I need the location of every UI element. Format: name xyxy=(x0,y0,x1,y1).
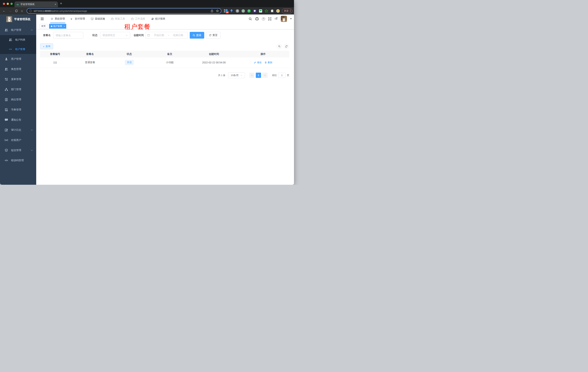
search-button[interactable]: 搜索 xyxy=(190,32,204,39)
sidebar-item-role-management[interactable]: 角色管理 xyxy=(0,64,36,74)
page-size-select[interactable]: 10条/页 xyxy=(228,73,245,78)
menu-fold-icon[interactable] xyxy=(40,17,44,21)
goto-page-input[interactable] xyxy=(278,73,285,78)
tab-dev-tools[interactable]: 研发工具 xyxy=(108,14,128,23)
search-icon xyxy=(193,34,195,37)
status-badge: 开启 xyxy=(125,60,134,65)
sidebar-item-error-code-management[interactable]: </> 错误码管理 xyxy=(0,155,36,166)
forward-icon[interactable]: → xyxy=(9,9,12,13)
add-button[interactable]: + 新增 xyxy=(40,43,53,49)
col-package-name: 套餐名 xyxy=(70,51,110,57)
sidebar-item-tenant-management[interactable]: 租户管理 xyxy=(0,25,36,35)
sidebar-item-user-management[interactable]: 用户管理 xyxy=(0,54,36,64)
browser-chrome: 芋道管理系统 × + ← → ⌂ i 127.0.0.1:48080/admin… xyxy=(0,0,294,14)
logo-image xyxy=(6,16,12,22)
sidebar-item-sms-management[interactable]: 短信管理 xyxy=(0,145,36,155)
dictionary-icon xyxy=(5,108,8,111)
zoom-window-button[interactable] xyxy=(10,3,13,5)
tab-infrastructure[interactable]: 基础设施 xyxy=(88,14,108,23)
sidebar-item-label: 岗位管理 xyxy=(11,98,21,101)
tag-label: 租户套餐 xyxy=(53,25,62,28)
search-icon[interactable] xyxy=(249,17,252,21)
address-bar[interactable]: i 127.0.0.1:48080/admin-ui/system/tenant… xyxy=(27,8,221,14)
delete-link[interactable]: 删除 xyxy=(264,61,272,64)
sidebar-item-post-management[interactable]: 岗位管理 xyxy=(0,95,36,105)
sidebar-item-notice[interactable]: 通知公告 xyxy=(0,115,36,125)
fullscreen-icon[interactable] xyxy=(268,17,272,21)
extensions-puzzle-icon[interactable] xyxy=(270,9,274,13)
date-range-picker[interactable]: 开始日期 - 结束日期 xyxy=(145,32,188,39)
url-host: 127.0.0.1:48080 xyxy=(33,10,51,12)
sidebar-item-tenant-package[interactable]: 租户套餐 xyxy=(0,44,36,54)
browser-tab[interactable]: 芋道管理系统 × xyxy=(14,1,58,7)
sidebar-logo[interactable]: 芋道管理系统 xyxy=(0,14,36,24)
toolbar-icons xyxy=(277,44,289,49)
chrome-update-button[interactable]: 更新 xyxy=(282,9,292,13)
chevron-down-icon[interactable] xyxy=(290,18,292,19)
github-icon[interactable] xyxy=(255,17,259,21)
tab-report[interactable]: 统计报表 xyxy=(148,14,168,23)
tab-payment-management[interactable]: ¥ 支付管理 xyxy=(68,14,88,23)
site-info-icon[interactable]: i xyxy=(29,10,32,12)
profile-avatar-icon[interactable] xyxy=(276,9,280,13)
sidebar-item-dept-management[interactable]: 部门管理 xyxy=(0,85,36,95)
next-page-button[interactable] xyxy=(262,73,268,78)
back-icon[interactable]: ← xyxy=(2,9,6,13)
extension-shield-icon[interactable] xyxy=(253,9,257,13)
add-button-label: 新增 xyxy=(46,45,50,48)
extension-circle-icon[interactable] xyxy=(241,9,245,13)
tag-home[interactable]: 首页 xyxy=(40,24,47,29)
code-icon: </> xyxy=(5,159,8,162)
current-page-button[interactable]: 1 xyxy=(256,73,261,78)
close-window-button[interactable] xyxy=(3,3,5,5)
minimize-window-button[interactable] xyxy=(7,3,9,5)
extension-command-icon[interactable]: ⌘ xyxy=(236,9,239,13)
status-select[interactable]: 请选择状态 xyxy=(100,32,130,39)
extension-chat-icon[interactable] xyxy=(259,9,262,13)
refresh-table-button[interactable] xyxy=(284,44,289,49)
dashboard-icon xyxy=(151,17,154,20)
extension-y-icon[interactable]: Y xyxy=(247,9,251,13)
url-path: /admin-ui/system/tenant/package xyxy=(51,10,87,12)
extension-badge: 10 xyxy=(226,11,229,13)
font-size-icon[interactable]: TT xyxy=(275,17,278,21)
tag-close-icon[interactable]: × xyxy=(64,25,65,27)
sidebar-item-menu-management[interactable]: 菜单管理 xyxy=(0,74,36,85)
reset-button[interactable]: 重置 xyxy=(206,32,220,39)
package-name-input[interactable] xyxy=(53,32,83,39)
cell-package-name: 普通套餐 xyxy=(70,57,110,68)
package-name-field[interactable] xyxy=(56,34,81,37)
reload-icon[interactable] xyxy=(15,10,18,12)
show-search-button[interactable] xyxy=(277,44,282,49)
bookmark-star-icon[interactable] xyxy=(216,10,219,12)
tab-title: 芋道管理系统 xyxy=(21,3,35,6)
col-actions: 操作 xyxy=(237,51,289,57)
start-date-placeholder[interactable]: 开始日期 xyxy=(151,34,167,37)
tab-workflow[interactable]: 工作流程 xyxy=(128,14,148,23)
sidebar-submenu-tenant: 租户列表 租户套餐 xyxy=(0,35,36,54)
user-avatar[interactable] xyxy=(281,16,287,22)
tag-tenant-package[interactable]: 租户套餐 × xyxy=(49,24,66,29)
sidebar-item-audit-log[interactable]: 审计日志 xyxy=(0,125,36,135)
extension-star-icon[interactable] xyxy=(264,9,268,13)
sidebar-item-online-users[interactable]: 在线用户 xyxy=(0,135,36,145)
sidebar-item-dict-management[interactable]: 字典管理 xyxy=(0,105,36,115)
nav-label: 统计报表 xyxy=(155,17,165,21)
extension-gem-icon[interactable] xyxy=(230,9,233,13)
extension-tabs-icon[interactable]: 10 xyxy=(224,9,228,13)
chevron-up-icon xyxy=(31,29,33,31)
tab-close-icon[interactable]: × xyxy=(55,3,56,6)
date-separator: - xyxy=(168,34,169,37)
home-icon[interactable]: ⌂ xyxy=(21,9,23,13)
tab-system-management[interactable]: 系统管理 xyxy=(48,14,68,23)
share-icon[interactable] xyxy=(210,10,213,12)
edit-link[interactable]: 修改 xyxy=(254,61,262,64)
end-date-placeholder[interactable]: 结束日期 xyxy=(170,34,186,37)
sidebar-item-tenant-list[interactable]: 租户列表 xyxy=(0,35,36,44)
trash-icon xyxy=(264,61,267,64)
table-header-row: 套餐编号 套餐名 状态 备注 创建时间 操作 xyxy=(40,51,289,57)
prev-page-button[interactable] xyxy=(249,73,254,78)
browser-menu-icon[interactable] xyxy=(290,10,291,12)
help-icon[interactable]: ? xyxy=(262,17,265,21)
new-tab-button[interactable]: + xyxy=(60,1,62,6)
